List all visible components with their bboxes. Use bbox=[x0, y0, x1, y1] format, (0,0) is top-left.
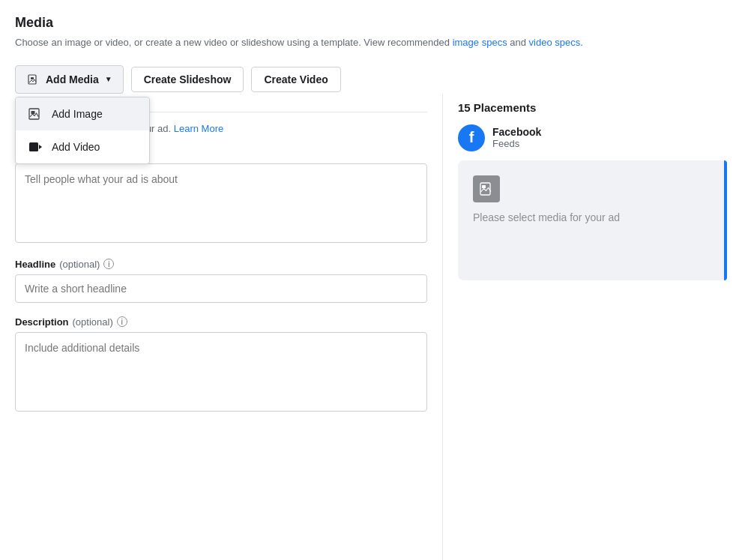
preview-card: Please select media for your ad bbox=[458, 160, 727, 280]
platform-info: Facebook Feeds bbox=[492, 126, 541, 149]
description-label: Description (optional) i bbox=[15, 316, 427, 328]
add-media-dropdown: Add Image Add Video bbox=[15, 97, 150, 164]
add-video-icon bbox=[26, 138, 44, 156]
create-video-button[interactable]: Create Video bbox=[251, 67, 340, 92]
svg-rect-1 bbox=[31, 77, 34, 79]
primary-text-input[interactable] bbox=[15, 163, 427, 243]
add-image-item[interactable]: Add Image bbox=[16, 97, 149, 130]
headline-label: Headline (optional) i bbox=[15, 259, 427, 270]
facebook-icon: f bbox=[458, 124, 485, 151]
headline-input[interactable] bbox=[15, 274, 427, 303]
add-video-item[interactable]: Add Video bbox=[16, 130, 149, 163]
svg-rect-3 bbox=[31, 111, 35, 114]
headline-group: Headline (optional) i bbox=[15, 259, 427, 303]
svg-rect-4 bbox=[29, 142, 38, 151]
chevron-down-icon: ▼ bbox=[105, 75, 112, 83]
description-group: Description (optional) i bbox=[15, 316, 427, 414]
media-description: Choose an image or video, or create a ne… bbox=[15, 35, 727, 50]
media-title: Media bbox=[15, 15, 727, 31]
blue-accent-bar bbox=[724, 160, 727, 280]
platform-name: Facebook bbox=[492, 126, 541, 138]
add-media-icon bbox=[26, 72, 41, 87]
preview-media-icon bbox=[473, 175, 500, 202]
placements-header: 15 Placements bbox=[458, 101, 727, 114]
platform-feed: Feeds bbox=[492, 138, 541, 149]
learn-more-link[interactable]: Learn More bbox=[174, 123, 223, 134]
description-input[interactable] bbox=[15, 332, 427, 412]
right-panel: 15 Placements f Facebook Feeds bbox=[442, 94, 727, 561]
description-info-icon[interactable]: i bbox=[117, 316, 127, 327]
headline-info-icon[interactable]: i bbox=[103, 259, 114, 269]
preview-select-text: Please select media for your ad bbox=[473, 211, 620, 223]
svg-marker-5 bbox=[39, 145, 42, 149]
platform-row: f Facebook Feeds bbox=[458, 124, 727, 151]
add-image-icon bbox=[26, 105, 44, 123]
media-section: Media Choose an image or video, or creat… bbox=[15, 15, 727, 560]
page-wrapper: Media Choose an image or video, or creat… bbox=[0, 0, 742, 560]
add-media-button[interactable]: Add Media ▼ bbox=[15, 65, 124, 94]
media-buttons-row: Add Media ▼ Create Slideshow Create Vide… bbox=[15, 65, 727, 94]
image-specs-link[interactable]: image specs bbox=[453, 37, 507, 48]
create-slideshow-button[interactable]: Create Slideshow bbox=[131, 67, 244, 92]
video-specs-link[interactable]: video specs bbox=[529, 37, 581, 48]
svg-rect-7 bbox=[482, 185, 486, 188]
